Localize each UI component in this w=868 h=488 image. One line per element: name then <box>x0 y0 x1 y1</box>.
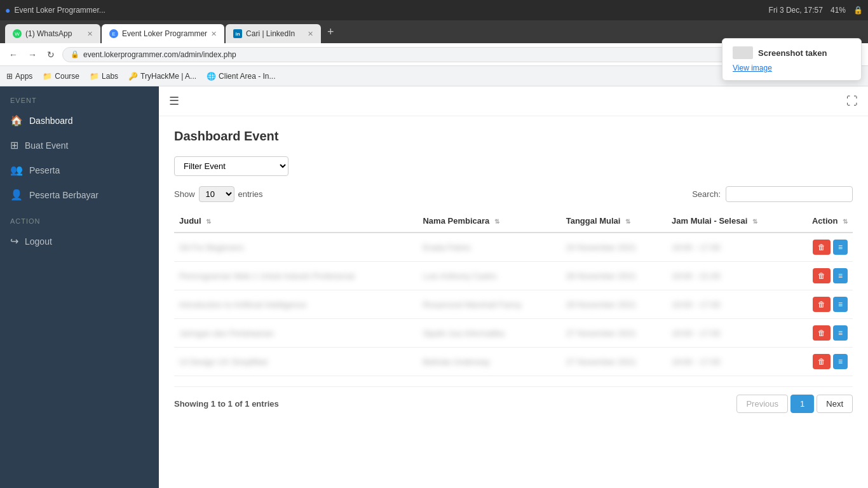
cell-action: 🗑 ≡ <box>792 319 853 348</box>
next-button[interactable]: Next <box>817 395 853 413</box>
entries-label: entries <box>238 189 263 199</box>
page-1-button[interactable]: 1 <box>790 395 814 413</box>
pagination-entries: entries <box>252 399 279 409</box>
search-box: Search: <box>692 186 853 202</box>
cell-judul: UI Design UX Simplified <box>174 348 417 376</box>
sidebar-buat-event-label: Buat Event <box>25 140 69 151</box>
sidebar-item-buat-event[interactable]: ⊞ Buat Event <box>0 133 159 158</box>
forward-button[interactable]: → <box>25 47 39 62</box>
hamburger-button[interactable]: ☰ <box>169 94 179 108</box>
cell-action: 🗑 ≡ <box>792 233 853 262</box>
delete-button[interactable]: 🗑 <box>813 354 831 369</box>
sort-judul-icon: ⇅ <box>206 218 211 225</box>
detail-button[interactable]: ≡ <box>833 268 848 283</box>
sidebar-item-peserta-berbayar[interactable]: 👤 Peserta Berbayar <box>0 182 159 207</box>
back-button[interactable]: ← <box>6 47 20 62</box>
labs-bookmark-icon: 📁 <box>90 72 99 81</box>
bookmark-tryhackme[interactable]: 🔑 TryHackMe | A... <box>128 72 196 81</box>
detail-button[interactable]: ≡ <box>833 325 848 341</box>
cell-pembicara: Sipahi Jua Informatika <box>417 319 560 348</box>
tab-event[interactable]: E Event Loker Programmer ✕ <box>102 24 224 43</box>
screenshot-popup: Screenshot taken View image <box>722 38 862 81</box>
detail-button[interactable]: ≡ <box>833 297 848 312</box>
bookmark-clientarea-label: Client Area - In... <box>219 72 275 81</box>
tab-whatsapp-close[interactable]: ✕ <box>87 30 93 38</box>
sort-jam-icon: ⇅ <box>752 218 757 225</box>
sidebar-peserta-label: Peserta <box>29 165 60 175</box>
page-content: Dashboard Event Filter Event Event 1 Eve… <box>159 116 868 426</box>
delete-button[interactable]: 🗑 <box>813 240 831 255</box>
show-entries-control: Show 10 25 50 100 entries <box>174 186 263 202</box>
reload-button[interactable]: ↻ <box>44 47 57 62</box>
screenshot-thumbnail <box>733 46 753 59</box>
tab-event-close[interactable]: ✕ <box>211 30 217 38</box>
col-pembicara: Nama Pembicara ⇅ <box>417 210 560 233</box>
show-label: Show <box>174 189 195 199</box>
search-input[interactable] <box>726 186 853 202</box>
cell-jam: 19:00 - 17:00 <box>667 233 792 262</box>
cell-judul: Pemrograman Web 1 Untuk Industri Profesi… <box>174 262 417 290</box>
sidebar-logout-label: Logout <box>25 236 52 247</box>
url-text: event.lokerprogrammer.com/admin/index.ph… <box>83 50 236 59</box>
buat-event-icon: ⊞ <box>10 139 18 151</box>
cell-jam: 19:00 - 17:00 <box>667 290 792 319</box>
bookmark-apps-label: Apps <box>15 72 32 81</box>
ssl-icon: 🔒 <box>71 50 79 58</box>
sidebar-item-dashboard[interactable]: 🏠 Dashboard <box>0 108 159 133</box>
prev-button[interactable]: Previous <box>736 395 788 413</box>
cell-jam: 19:00 - 17:00 <box>667 319 792 348</box>
cell-tanggal: 28 November 2021 <box>561 262 667 290</box>
entries-per-page-select[interactable]: 10 25 50 100 <box>199 186 234 202</box>
delete-button[interactable]: 🗑 <box>813 325 831 341</box>
filter-event-select[interactable]: Filter Event Event 1 Event 2 <box>174 156 288 176</box>
delete-button[interactable]: 🗑 <box>813 297 831 312</box>
sidebar-item-peserta[interactable]: 👥 Peserta <box>0 158 159 182</box>
tab-linkedin-label: Cari | LinkedIn <box>246 29 295 38</box>
maximize-button[interactable]: ⛶ <box>846 95 858 108</box>
new-tab-button[interactable]: + <box>322 25 339 39</box>
bookmark-clientarea[interactable]: 🌐 Client Area - In... <box>207 72 275 81</box>
whatsapp-favicon: W <box>13 29 22 38</box>
cell-pembicara: Belinda Underway <box>417 348 560 376</box>
tab-whatsapp-label: (1) WhatsApp <box>25 29 72 38</box>
bookmark-labs[interactable]: 📁 Labs <box>90 72 118 81</box>
linkedin-favicon: in <box>233 29 242 38</box>
col-tanggal: Tanggal Mulai ⇅ <box>561 210 667 233</box>
tab-linkedin[interactable]: in Cari | LinkedIn ✕ <box>226 24 321 43</box>
tab-whatsapp[interactable]: W (1) WhatsApp ✕ <box>5 24 100 43</box>
detail-button[interactable]: ≡ <box>833 240 848 255</box>
course-bookmark-icon: 📁 <box>43 72 52 81</box>
logout-icon: ↪ <box>10 235 18 247</box>
cell-judul: Introduction to Artificial Intelligence <box>174 290 417 319</box>
bookmark-apps[interactable]: ⊞ Apps <box>6 72 32 81</box>
cell-pembicara: Luis Anthony Castro <box>417 262 560 290</box>
cell-tanggal: 24 November 2021 <box>561 233 667 262</box>
cell-pembicara: Erada Febrio <box>417 233 560 262</box>
delete-button[interactable]: 🗑 <box>813 268 831 283</box>
sidebar-dashboard-label: Dashboard <box>29 116 73 126</box>
pagination-from: 1 <box>211 399 215 409</box>
event-favicon: E <box>109 29 118 38</box>
bookmark-labs-label: Labs <box>102 72 118 81</box>
sort-action-icon: ⇅ <box>843 218 848 225</box>
cell-pembicara: Rosamond Marshall Fanny <box>417 290 560 319</box>
table-controls: Show 10 25 50 100 entries Search: <box>174 186 853 202</box>
sidebar-item-logout[interactable]: ↪ Logout <box>0 229 159 254</box>
detail-button[interactable]: ≡ <box>833 354 848 369</box>
apps-bookmark-icon: ⊞ <box>6 72 13 81</box>
browser-icon: ● <box>5 5 10 15</box>
bookmark-course[interactable]: 📁 Course <box>43 72 79 81</box>
search-label: Search: <box>692 189 721 199</box>
showing-prefix: Showing <box>174 399 211 409</box>
cell-action: 🗑 ≡ <box>792 262 853 290</box>
table-row: Pemrograman Web 1 Untuk Industri Profesi… <box>174 262 853 290</box>
bookmark-tryhackme-label: TryHackMe | A... <box>140 72 196 81</box>
view-image-link[interactable]: View image <box>733 64 772 72</box>
dashboard-icon: 🏠 <box>10 114 23 126</box>
sidebar-section-event-label: EVENT <box>0 86 159 108</box>
pagination-to: 1 <box>228 399 233 409</box>
sidebar-section-event: EVENT 🏠 Dashboard ⊞ Buat Event 👥 Peserta… <box>0 86 159 207</box>
lock-icon: 🔒 <box>853 6 863 15</box>
title-bar-text: Event Loker Programmer... <box>14 6 105 15</box>
tab-linkedin-close[interactable]: ✕ <box>308 30 313 38</box>
